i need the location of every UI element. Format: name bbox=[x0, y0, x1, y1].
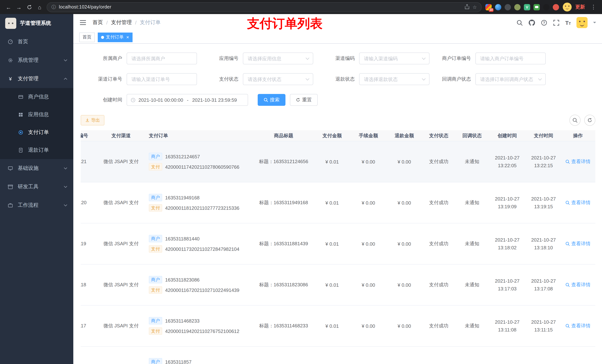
chevron-down-icon bbox=[64, 59, 67, 62]
browser-reload-button[interactable] bbox=[24, 2, 34, 12]
sidebar-item-payment[interactable]: ×¥ 支付管理 bbox=[0, 70, 73, 88]
filter-input[interactable] bbox=[127, 52, 197, 64]
extension-dark-icon[interactable] bbox=[505, 4, 511, 10]
sidebar-item-app-info[interactable]: 应用信息 bbox=[0, 106, 73, 124]
toggle-search-button[interactable] bbox=[570, 115, 580, 126]
view-detail-link[interactable]: 查看详情 bbox=[565, 199, 591, 206]
sidebar-item-home[interactable]: 首页 bbox=[0, 32, 73, 51]
view-detail-link[interactable]: 查看详情 bbox=[565, 322, 591, 329]
view-detail-link[interactable]: 查看详情 bbox=[565, 240, 591, 247]
merchant-order-line: 商户 1635311949168 bbox=[149, 194, 200, 201]
tab-close-icon[interactable]: × bbox=[126, 34, 129, 40]
filter-input[interactable] bbox=[359, 73, 430, 85]
column-header: 商品标题 bbox=[253, 132, 314, 139]
screen: ← → ⌂ ⓘ localhost:1024/pay/order ☆ 10 V bbox=[0, 0, 602, 364]
view-detail-link[interactable]: 查看详情 bbox=[565, 281, 591, 288]
search-icon bbox=[565, 241, 570, 246]
extension-pin-icon[interactable] bbox=[543, 4, 549, 10]
share-icon[interactable] bbox=[465, 4, 470, 10]
extension-drop-icon[interactable] bbox=[495, 4, 501, 10]
annotation-title: 支付订单列表 bbox=[247, 15, 322, 32]
reset-button[interactable]: 重置 bbox=[290, 94, 318, 106]
sidebar-item-pay-order[interactable]: 支付订单 bbox=[0, 124, 73, 141]
table-row: 117 微信 JSAPI 支付 商户 1635311468233 支付 bbox=[81, 306, 595, 347]
amount-cell: ¥ 0.01 bbox=[314, 182, 350, 223]
breadcrumb: 首页 / 支付管理 / 支付订单 bbox=[93, 19, 161, 26]
pay-order-line: 支付 4200001173202110272847982104 bbox=[149, 245, 239, 253]
logo-row[interactable]: 芋道管理系统 bbox=[0, 14, 73, 32]
merchant-order-line: 商户 1635312124657 bbox=[149, 153, 200, 160]
view-detail-link[interactable]: 查看详情 bbox=[565, 158, 591, 165]
browser-profile-avatar[interactable] bbox=[563, 3, 572, 11]
browser-home-button[interactable]: ⌂ bbox=[35, 2, 44, 12]
date-start: 2021-10-01 00:00:00 bbox=[139, 97, 183, 103]
filter-input[interactable] bbox=[127, 73, 197, 85]
browser-update-button[interactable]: 更新 bbox=[575, 4, 585, 10]
search-icon[interactable] bbox=[516, 19, 523, 26]
pay-time-cell: 2021-10-27 13:18:10 bbox=[526, 223, 561, 264]
sidebar-item-merchant-info[interactable]: 商户信息 bbox=[0, 88, 73, 106]
sidebar: 芋道管理系统 首页 系统管理 ×¥ 支付管理 bbox=[0, 14, 73, 364]
bookmark-star-icon[interactable]: ☆ bbox=[473, 4, 477, 10]
pay-date: 2021-10-27 bbox=[531, 318, 556, 326]
extension-avatar-icon[interactable] bbox=[553, 4, 559, 10]
browser-address-bar[interactable]: ⓘ localhost:1024/pay/order ☆ bbox=[47, 2, 482, 12]
create-time: 13:11:08 bbox=[498, 326, 516, 334]
sidebar-item-dev-tools[interactable]: 研发工具 bbox=[0, 177, 73, 196]
filter-label: 商户订单编号 bbox=[430, 55, 475, 62]
column-header: 编号 bbox=[81, 130, 97, 141]
pay-time-cell bbox=[526, 347, 561, 364]
export-button[interactable]: 导出 bbox=[81, 115, 104, 125]
extension-olive-icon[interactable] bbox=[514, 4, 521, 10]
sidebar-item-system[interactable]: 系统管理 bbox=[0, 51, 73, 70]
create-time: 13:18:02 bbox=[498, 244, 516, 252]
filter-input[interactable] bbox=[243, 73, 313, 85]
order-no-cell: 商户 1635311823086 支付 42000011672021102710… bbox=[145, 264, 253, 305]
extension-chat-icon[interactable] bbox=[534, 4, 540, 10]
filter-label: 渠道编码 bbox=[313, 55, 359, 62]
date-range-input[interactable]: 2021-10-01 00:00:00 - 2021-10-31 23:59:5… bbox=[127, 94, 248, 106]
create-time-cell: 2021-10-27 13:11:08 bbox=[489, 306, 526, 346]
breadcrumb-payment[interactable]: 支付管理 bbox=[111, 19, 132, 26]
site-info-icon[interactable]: ⓘ bbox=[52, 4, 56, 10]
font-size-icon[interactable]: TT bbox=[565, 20, 571, 26]
merchant-order-line: 商户 1635311468233 bbox=[149, 317, 200, 324]
merchant-order-line: 商户 1635311823086 bbox=[149, 276, 200, 283]
chevron-down-icon[interactable] bbox=[593, 22, 596, 25]
url-text: localhost:1024/pay/order bbox=[59, 4, 462, 10]
filter-input[interactable] bbox=[475, 52, 546, 64]
sidebar-item-infra[interactable]: 基础设施 bbox=[0, 159, 73, 177]
pay-tag: 支付 bbox=[149, 327, 162, 335]
pay-tag: 支付 bbox=[149, 163, 162, 171]
sidebar-item-workflow[interactable]: 工作流程 bbox=[0, 196, 73, 215]
refresh-table-button[interactable] bbox=[584, 115, 595, 126]
tab-home[interactable]: 首页 bbox=[79, 32, 95, 42]
browser-forward-button[interactable]: → bbox=[14, 2, 24, 12]
date-separator: - bbox=[187, 97, 188, 103]
user-avatar[interactable] bbox=[576, 17, 588, 28]
tab-pay-order[interactable]: 支付订单 × bbox=[98, 32, 132, 42]
filter-input[interactable] bbox=[475, 73, 546, 85]
fullscreen-icon[interactable] bbox=[553, 19, 559, 26]
filter-input[interactable] bbox=[243, 52, 313, 64]
github-icon[interactable] bbox=[528, 19, 535, 26]
extension-vue-devtools-icon[interactable]: V bbox=[524, 4, 530, 10]
action-cell: 查看详情 bbox=[561, 264, 595, 305]
gear-icon bbox=[7, 58, 13, 63]
credit-card-icon bbox=[18, 94, 24, 100]
create-time: 13:19:09 bbox=[498, 203, 516, 211]
extension-grid-icon[interactable]: 10 bbox=[485, 4, 492, 10]
action-cell: 查看详情 bbox=[561, 306, 595, 346]
question-icon[interactable]: ? bbox=[541, 19, 547, 26]
browser-menu-icon[interactable]: ⋮ bbox=[589, 2, 598, 12]
breadcrumb-home[interactable]: 首页 bbox=[93, 19, 103, 26]
tabs-bar: 首页 支付订单 × bbox=[73, 31, 602, 44]
channel-cell: 微信 JSAPI 支付 bbox=[97, 223, 145, 264]
search-button[interactable]: 搜索 bbox=[258, 94, 285, 106]
sidebar-toggle-icon[interactable] bbox=[79, 19, 87, 26]
column-header: 操作 bbox=[561, 132, 595, 139]
sidebar-item-refund-order[interactable]: 退款订单 bbox=[0, 141, 73, 159]
filter-input[interactable] bbox=[359, 52, 430, 64]
pay-date: 2021-10-27 bbox=[531, 277, 556, 285]
browser-back-button[interactable]: ← bbox=[4, 2, 13, 12]
